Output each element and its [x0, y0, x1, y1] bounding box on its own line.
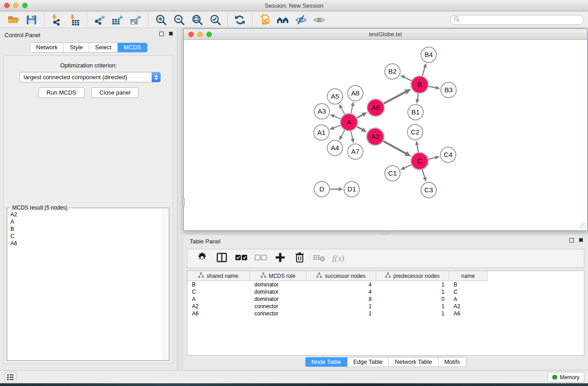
graph-node-A8[interactable]: A8: [348, 86, 363, 101]
mcds-panel-body: Optimization criterion: largest connecte…: [4, 55, 173, 364]
graph-node-A3[interactable]: A3: [314, 104, 330, 119]
mcds-result-item[interactable]: B: [10, 225, 163, 233]
toolbar-group: [91, 13, 145, 27]
table-row[interactable]: Adominator80A: [187, 295, 584, 303]
network-snapshot-button[interactable]: [256, 13, 274, 27]
splitter-handle-bottom[interactable]: [382, 232, 388, 234]
column-header-name[interactable]: name: [449, 271, 488, 281]
zoom-fit-button[interactable]: [188, 13, 206, 27]
delete-table-icon: [312, 253, 326, 264]
column-header-MCDS-role[interactable]: MCDS role: [250, 271, 306, 281]
run-mcds-button[interactable]: Run MCDS: [38, 87, 85, 98]
svg-text:A2: A2: [371, 133, 379, 140]
select-all-button[interactable]: [233, 251, 249, 266]
table-cell: C: [449, 288, 488, 295]
hide-panels-button[interactable]: [292, 13, 310, 27]
network-canvas[interactable]: B4B2BB3A8A5A6A3B1AA1C2A2A4A7C4CC1DD1C3: [184, 40, 587, 230]
table-row[interactable]: A6connector11A6: [187, 310, 584, 317]
deselect-all-button[interactable]: [252, 251, 269, 266]
tab-style[interactable]: Style: [64, 43, 89, 52]
float-panel-icon[interactable]: [159, 32, 164, 36]
criterion-dropdown[interactable]: largest connected component (directed): [19, 72, 161, 82]
graph-node-B[interactable]: B: [411, 76, 428, 93]
table-cell: 8: [306, 295, 376, 303]
graph-node-C4[interactable]: C4: [440, 147, 456, 162]
zoom-in-button[interactable]: [152, 13, 170, 27]
resize-grip-icon[interactable]: [580, 223, 586, 229]
table-cell: 1: [376, 288, 449, 295]
open-session-button[interactable]: [5, 13, 23, 27]
close-panel-icon[interactable]: ✖: [168, 32, 173, 36]
toolbar-separator: [227, 14, 228, 26]
graph-node-A4[interactable]: A4: [327, 140, 343, 156]
column-header-successor-nodes[interactable]: successor nodes: [306, 271, 376, 281]
mcds-result-item[interactable]: A: [10, 218, 163, 225]
memory-button[interactable]: Memory: [547, 372, 584, 382]
zoom-selected-button[interactable]: [206, 13, 224, 27]
column-header-shared-name[interactable]: shared name: [187, 271, 250, 281]
table-row[interactable]: Cdominator41C: [187, 288, 584, 295]
graph-node-B4[interactable]: B4: [421, 47, 436, 62]
tab-motifs[interactable]: Motifs: [438, 357, 466, 367]
graph-node-C3[interactable]: C3: [421, 182, 436, 198]
mcds-result-item[interactable]: A2: [10, 211, 163, 218]
birds-eye-view-button[interactable]: [274, 13, 292, 27]
tab-node-table[interactable]: Node Table: [306, 357, 348, 367]
graph-node-D1[interactable]: D1: [344, 181, 359, 197]
close-panel-button[interactable]: Close panel: [91, 87, 139, 98]
graph-edge-A-A2: [357, 127, 367, 132]
graph-node-B2[interactable]: B2: [385, 64, 400, 79]
tab-mcds[interactable]: MCDS: [118, 43, 147, 52]
delete-column-button[interactable]: [291, 251, 308, 266]
task-history-button[interactable]: [5, 372, 16, 382]
settings-button[interactable]: [194, 251, 210, 266]
result-scrollbar[interactable]: [163, 209, 168, 360]
svg-text:A: A: [347, 118, 351, 126]
graph-node-A[interactable]: A: [340, 114, 358, 131]
graph-node-B3[interactable]: B3: [441, 82, 456, 98]
graph-node-C[interactable]: C: [411, 152, 428, 170]
import-table-button[interactable]: [66, 13, 84, 27]
search-input[interactable]: [460, 16, 583, 24]
mcds-result-item[interactable]: C: [10, 233, 163, 240]
split-view-button[interactable]: [213, 251, 230, 266]
column-header-label: name: [461, 273, 475, 279]
graph-node-A7[interactable]: A7: [348, 144, 363, 159]
export-network-button[interactable]: [91, 13, 109, 27]
show-panels-button[interactable]: [310, 13, 328, 27]
svg-text:D1: D1: [347, 185, 356, 193]
export-image-button[interactable]: [127, 13, 145, 27]
graph-node-D[interactable]: D: [314, 181, 330, 197]
import-network-button[interactable]: [48, 13, 66, 27]
graph-node-A1[interactable]: A1: [314, 125, 329, 140]
table-row[interactable]: A2connector11A2: [187, 303, 584, 310]
close-table-panel-icon[interactable]: ✖: [578, 238, 583, 243]
mcds-result-item[interactable]: A6: [10, 240, 163, 247]
tab-network-table[interactable]: Network Table: [389, 357, 438, 367]
column-header-label: shared name: [206, 273, 238, 279]
network-window-titlebar[interactable]: testGlobe.txt: [184, 29, 587, 40]
graph-node-C2[interactable]: C2: [407, 124, 423, 140]
zoom-out-button[interactable]: [170, 13, 188, 27]
table-cell: 1: [376, 281, 449, 288]
table-panel-title: Table Panel: [190, 238, 220, 245]
splitter-handle-left[interactable]: [182, 198, 185, 207]
tab-edge-table[interactable]: Edge Table: [347, 357, 389, 367]
graph-node-B1[interactable]: B1: [408, 105, 423, 120]
graph-node-A6[interactable]: A6: [367, 99, 384, 116]
column-header-predecessor-nodes[interactable]: predecessor nodes: [376, 271, 449, 281]
table-row[interactable]: Bdominator41B: [187, 281, 584, 288]
graph-node-A5[interactable]: A5: [327, 89, 343, 104]
svg-text:C4: C4: [444, 151, 452, 158]
select-all-icon: [234, 253, 248, 264]
graph-edge-A-A6: [357, 112, 368, 118]
graph-node-C1[interactable]: C1: [385, 166, 400, 181]
tab-network[interactable]: Network: [30, 43, 64, 52]
export-table-button[interactable]: [109, 13, 127, 27]
tab-select[interactable]: Select: [89, 43, 118, 52]
graph-node-A2[interactable]: A2: [367, 128, 384, 145]
refresh-button[interactable]: [231, 13, 249, 27]
save-session-button[interactable]: [23, 13, 41, 27]
float-table-panel-icon[interactable]: [569, 238, 574, 243]
add-column-button[interactable]: [272, 251, 288, 266]
